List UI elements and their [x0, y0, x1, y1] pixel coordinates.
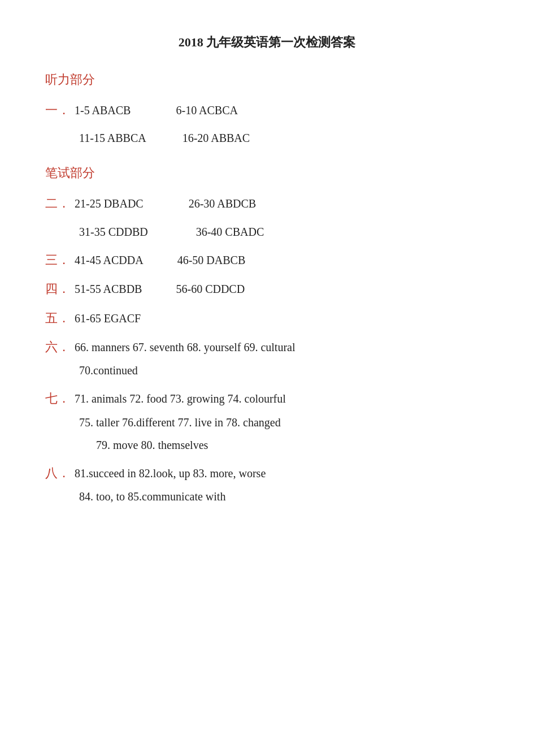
answer-70: 70.continued — [79, 364, 138, 377]
answer-41-45: 41-45 ACDDA — [75, 250, 144, 270]
section-label-1: 一． — [45, 100, 70, 120]
page-title: 2018 九年级英语第一次检测答案 — [45, 34, 489, 51]
answer-51-55: 51-55 ACBDB — [75, 279, 142, 299]
listening-row-2: 11-15 ABBCA 16-20 ABBAC — [45, 128, 489, 148]
answer-31-35: 31-35 CDDBD — [79, 226, 148, 238]
written-row-51-60: 四． 51-55 ACBDB 56-60 CDDCD — [45, 278, 489, 299]
listening-header: 听力部分 — [45, 71, 489, 88]
answer-26-30: 26-30 ABDCB — [189, 194, 256, 213]
answer-11-15: 11-15 ABBCA — [79, 132, 146, 144]
written-row-21-30: 二． 21-25 DBADC 26-30 ABDCB — [45, 193, 489, 214]
answer-71-74: 71. animals 72. food 73. growing 74. col… — [75, 389, 286, 408]
answer-16-20: 16-20 ABBAC — [183, 132, 250, 144]
written-row-79-80: 79. move 80. themselves — [45, 435, 489, 455]
answer-66-69: 66. manners 67. seventh 68. yourself 69.… — [75, 338, 295, 357]
written-row-84-85: 84. too, to 85.communicate with — [45, 487, 489, 506]
section-label-4: 四． — [45, 278, 70, 299]
section-label-3: 三． — [45, 249, 70, 270]
written-row-70: 70.continued — [45, 361, 489, 380]
section-label-8: 八． — [45, 463, 70, 483]
answer-36-40: 36-40 CBADC — [196, 226, 264, 238]
answer-46-50: 46-50 DABCB — [177, 250, 246, 270]
answer-79-80: 79. move 80. themselves — [96, 439, 208, 451]
written-row-41-50: 三． 41-45 ACDDA 46-50 DABCB — [45, 249, 489, 270]
listening-row-1: 一． 1-5 ABACB 6-10 ACBCA — [45, 100, 489, 120]
answer-56-60: 56-60 CDDCD — [176, 279, 245, 299]
section-label-5: 五． — [45, 308, 70, 329]
answer-21-25: 21-25 DBADC — [75, 194, 144, 213]
written-row-31-40: 31-35 CDDBD 36-40 CBADC — [45, 222, 489, 241]
answer-61-65: 61-65 EGACF — [75, 309, 141, 328]
written-row-66-69: 六． 66. manners 67. seventh 68. yourself … — [45, 336, 489, 357]
answer-75-78: 75. taller 76.different 77. live in 78. … — [79, 416, 281, 429]
answer-6-10: 6-10 ACBCA — [176, 101, 237, 120]
section-label-7: 七． — [45, 388, 70, 409]
written-row-71-74: 七． 71. animals 72. food 73. growing 74. … — [45, 388, 489, 409]
written-row-61-65: 五． 61-65 EGACF — [45, 308, 489, 329]
answer-1-5: 1-5 ABACB — [75, 101, 131, 120]
written-row-81-83: 八． 81.succeed in 82.look, up 83. more, w… — [45, 463, 489, 483]
answer-81-83: 81.succeed in 82.look, up 83. more, wors… — [75, 464, 266, 483]
answer-84-85: 84. too, to 85.communicate with — [79, 490, 225, 503]
written-header: 笔试部分 — [45, 165, 489, 182]
section-label-6: 六． — [45, 336, 70, 357]
written-row-75-78: 75. taller 76.different 77. live in 78. … — [45, 413, 489, 432]
section-label-2: 二． — [45, 193, 70, 214]
